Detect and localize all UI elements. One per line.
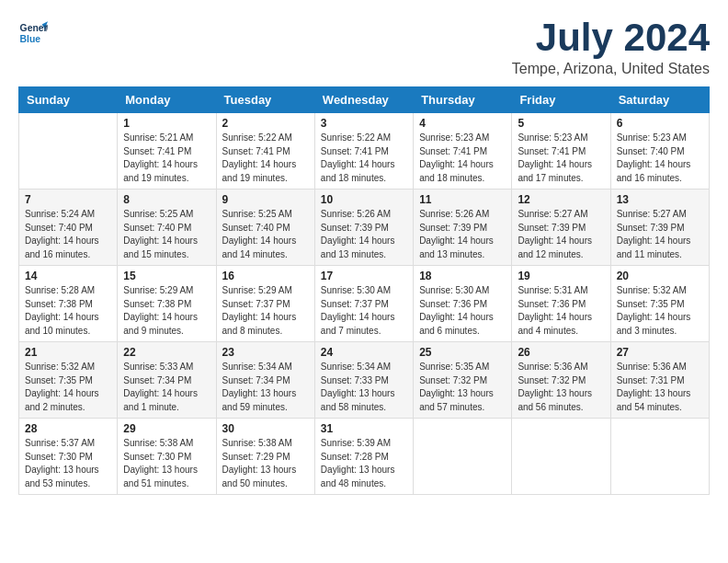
day-info: Sunrise: 5:23 AMSunset: 7:40 PMDaylight:… <box>617 132 703 185</box>
day-info: Sunrise: 5:27 AMSunset: 7:39 PMDaylight:… <box>518 208 604 261</box>
col-tuesday: Tuesday <box>216 87 314 113</box>
day-info: Sunrise: 5:38 AMSunset: 7:29 PMDaylight:… <box>222 437 309 490</box>
day-info: Sunrise: 5:38 AMSunset: 7:30 PMDaylight:… <box>123 437 210 490</box>
day-number: 29 <box>123 422 210 435</box>
day-info: Sunrise: 5:39 AMSunset: 7:28 PMDaylight:… <box>321 437 407 490</box>
calendar-cell: 15Sunrise: 5:29 AMSunset: 7:38 PMDayligh… <box>118 266 216 342</box>
day-number: 15 <box>123 270 210 282</box>
calendar-cell: 18Sunrise: 5:30 AMSunset: 7:36 PMDayligh… <box>414 266 512 342</box>
calendar-cell: 26Sunrise: 5:36 AMSunset: 7:32 PMDayligh… <box>512 342 610 419</box>
day-number: 14 <box>25 270 111 282</box>
day-number: 10 <box>321 193 407 206</box>
calendar-cell: 29Sunrise: 5:38 AMSunset: 7:30 PMDayligh… <box>118 419 216 495</box>
day-info: Sunrise: 5:22 AMSunset: 7:41 PMDaylight:… <box>321 132 407 185</box>
col-wednesday: Wednesday <box>314 87 413 113</box>
svg-text:Blue: Blue <box>20 34 41 44</box>
day-number: 25 <box>419 346 506 359</box>
header-row: Sunday Monday Tuesday Wednesday Thursday… <box>19 87 710 113</box>
day-number: 17 <box>321 270 407 282</box>
day-number: 20 <box>617 270 703 282</box>
day-info: Sunrise: 5:35 AMSunset: 7:32 PMDaylight:… <box>419 361 506 414</box>
calendar-cell: 11Sunrise: 5:26 AMSunset: 7:39 PMDayligh… <box>414 190 512 266</box>
day-number: 3 <box>321 117 407 130</box>
calendar-table: Sunday Monday Tuesday Wednesday Thursday… <box>18 86 710 495</box>
day-number: 5 <box>518 117 604 130</box>
day-info: Sunrise: 5:23 AMSunset: 7:41 PMDaylight:… <box>419 132 506 185</box>
calendar-cell: 8Sunrise: 5:25 AMSunset: 7:40 PMDaylight… <box>118 190 216 266</box>
day-number: 23 <box>222 346 309 359</box>
day-number: 2 <box>222 117 309 130</box>
calendar-cell: 28Sunrise: 5:37 AMSunset: 7:30 PMDayligh… <box>19 419 118 495</box>
logo-icon: General Blue <box>18 18 48 48</box>
calendar-cell: 25Sunrise: 5:35 AMSunset: 7:32 PMDayligh… <box>414 342 512 419</box>
day-number: 9 <box>222 193 309 206</box>
day-info: Sunrise: 5:25 AMSunset: 7:40 PMDaylight:… <box>222 208 309 261</box>
day-number: 31 <box>321 422 407 435</box>
calendar-cell: 5Sunrise: 5:23 AMSunset: 7:41 PMDaylight… <box>512 113 610 190</box>
day-info: Sunrise: 5:34 AMSunset: 7:34 PMDaylight:… <box>222 361 309 414</box>
day-info: Sunrise: 5:31 AMSunset: 7:36 PMDaylight:… <box>518 284 604 338</box>
col-friday: Friday <box>512 87 610 113</box>
calendar-cell: 2Sunrise: 5:22 AMSunset: 7:41 PMDaylight… <box>216 113 314 190</box>
day-number: 13 <box>617 193 703 206</box>
day-number: 7 <box>25 193 111 206</box>
day-number: 28 <box>25 422 111 435</box>
day-number: 12 <box>518 193 604 206</box>
day-number: 18 <box>419 270 506 282</box>
calendar-cell <box>19 113 118 190</box>
calendar-cell: 6Sunrise: 5:23 AMSunset: 7:40 PMDaylight… <box>610 113 709 190</box>
day-number: 19 <box>518 270 604 282</box>
calendar-cell <box>512 419 610 495</box>
day-info: Sunrise: 5:23 AMSunset: 7:41 PMDaylight:… <box>518 132 604 185</box>
calendar-week-3: 14Sunrise: 5:28 AMSunset: 7:38 PMDayligh… <box>19 266 710 342</box>
calendar-cell: 31Sunrise: 5:39 AMSunset: 7:28 PMDayligh… <box>314 419 413 495</box>
calendar-cell <box>610 419 709 495</box>
day-info: Sunrise: 5:22 AMSunset: 7:41 PMDaylight:… <box>222 132 309 185</box>
day-info: Sunrise: 5:24 AMSunset: 7:40 PMDaylight:… <box>25 208 111 261</box>
day-info: Sunrise: 5:21 AMSunset: 7:41 PMDaylight:… <box>123 132 210 185</box>
calendar-week-4: 21Sunrise: 5:32 AMSunset: 7:35 PMDayligh… <box>19 342 710 419</box>
day-info: Sunrise: 5:25 AMSunset: 7:40 PMDaylight:… <box>123 208 210 261</box>
calendar-week-5: 28Sunrise: 5:37 AMSunset: 7:30 PMDayligh… <box>19 419 710 495</box>
calendar-week-1: 1Sunrise: 5:21 AMSunset: 7:41 PMDaylight… <box>19 113 710 190</box>
day-number: 11 <box>419 193 506 206</box>
calendar-cell: 10Sunrise: 5:26 AMSunset: 7:39 PMDayligh… <box>314 190 413 266</box>
calendar-cell: 7Sunrise: 5:24 AMSunset: 7:40 PMDaylight… <box>19 190 118 266</box>
calendar-cell: 22Sunrise: 5:33 AMSunset: 7:34 PMDayligh… <box>118 342 216 419</box>
day-number: 26 <box>518 346 604 359</box>
calendar-cell: 20Sunrise: 5:32 AMSunset: 7:35 PMDayligh… <box>610 266 709 342</box>
day-info: Sunrise: 5:36 AMSunset: 7:31 PMDaylight:… <box>617 361 703 414</box>
day-number: 21 <box>25 346 111 359</box>
day-number: 30 <box>222 422 309 435</box>
calendar-week-2: 7Sunrise: 5:24 AMSunset: 7:40 PMDaylight… <box>19 190 710 266</box>
calendar-cell: 30Sunrise: 5:38 AMSunset: 7:29 PMDayligh… <box>216 419 314 495</box>
col-monday: Monday <box>118 87 216 113</box>
day-number: 1 <box>123 117 210 130</box>
day-info: Sunrise: 5:30 AMSunset: 7:36 PMDaylight:… <box>419 284 506 338</box>
day-number: 22 <box>123 346 210 359</box>
day-info: Sunrise: 5:36 AMSunset: 7:32 PMDaylight:… <box>518 361 604 414</box>
month-title: July 2024 <box>512 18 710 57</box>
location-title: Tempe, Arizona, United States <box>512 61 710 77</box>
calendar-cell: 3Sunrise: 5:22 AMSunset: 7:41 PMDaylight… <box>314 113 413 190</box>
calendar-cell: 19Sunrise: 5:31 AMSunset: 7:36 PMDayligh… <box>512 266 610 342</box>
day-info: Sunrise: 5:27 AMSunset: 7:39 PMDaylight:… <box>617 208 703 261</box>
calendar-cell: 12Sunrise: 5:27 AMSunset: 7:39 PMDayligh… <box>512 190 610 266</box>
day-info: Sunrise: 5:26 AMSunset: 7:39 PMDaylight:… <box>419 208 506 261</box>
day-info: Sunrise: 5:34 AMSunset: 7:33 PMDaylight:… <box>321 361 407 414</box>
logo: General Blue <box>18 18 48 48</box>
day-number: 6 <box>617 117 703 130</box>
calendar-cell <box>414 419 512 495</box>
day-number: 4 <box>419 117 506 130</box>
col-sunday: Sunday <box>19 87 118 113</box>
day-info: Sunrise: 5:32 AMSunset: 7:35 PMDaylight:… <box>617 284 703 338</box>
day-number: 27 <box>617 346 703 359</box>
page-header: General Blue July 2024 Tempe, Arizona, U… <box>18 18 710 77</box>
day-number: 24 <box>321 346 407 359</box>
calendar-cell: 21Sunrise: 5:32 AMSunset: 7:35 PMDayligh… <box>19 342 118 419</box>
day-info: Sunrise: 5:29 AMSunset: 7:38 PMDaylight:… <box>123 284 210 338</box>
day-info: Sunrise: 5:28 AMSunset: 7:38 PMDaylight:… <box>25 284 111 338</box>
calendar-cell: 1Sunrise: 5:21 AMSunset: 7:41 PMDaylight… <box>118 113 216 190</box>
calendar-cell: 24Sunrise: 5:34 AMSunset: 7:33 PMDayligh… <box>314 342 413 419</box>
day-info: Sunrise: 5:33 AMSunset: 7:34 PMDaylight:… <box>123 361 210 414</box>
